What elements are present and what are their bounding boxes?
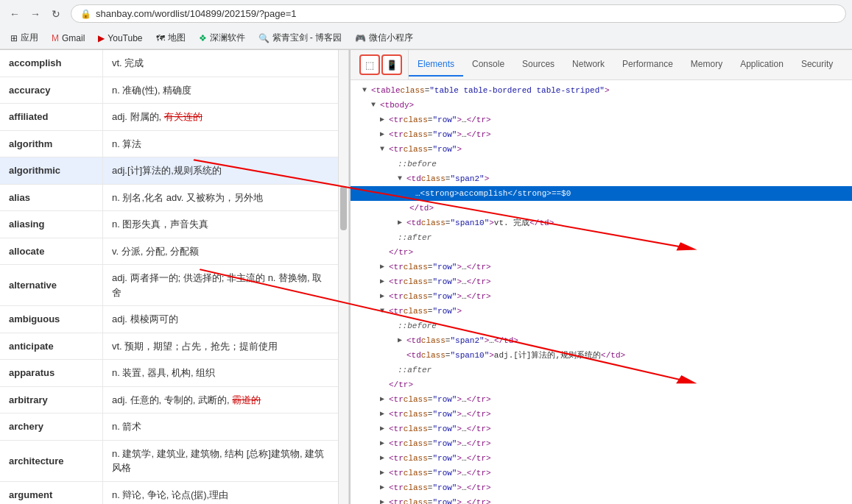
word-row-allocate[interactable]: allocate v. 分派, 分配, 分配额 [0,238,338,266]
triangle-tr11[interactable] [380,452,389,465]
html-line-tr10[interactable]: <tr class="row" > … </tr> [351,436,852,451]
device-mode-button[interactable]: 📱 [381,54,402,75]
triangle-tr3[interactable] [380,143,389,156]
triangle-td10[interactable] [398,216,406,230]
html-line-tr14[interactable]: <tr class="row" > … </tr> [351,495,852,504]
scroll-thumb[interactable] [340,186,347,230]
triangle-td-algo[interactable] [398,334,406,347]
html-line-tr-algo-end[interactable]: </tr> [351,377,852,392]
word-row-alternative[interactable]: alternative adj. 两者择一的; 供选择的; 非主流的 n. 替换… [0,265,338,306]
html-line-td-span10[interactable]: <td class="span10" > vt. 完成 </td> [351,216,852,230]
html-line-table[interactable]: <table class="table table-bordered table… [351,83,852,98]
attr-td1-val: "span2" [450,172,484,185]
word-row-aliasing[interactable]: aliasing n. 图形失真，声音失真 [0,211,338,238]
triangle-tr6[interactable] [380,290,389,303]
word-row-archery[interactable]: archery n. 箭术 [0,414,338,441]
html-line-tr2[interactable]: <tr class="row" > … </tr> [351,127,852,142]
reload-button[interactable]: ↻ [47,5,65,23]
triangle-tr7[interactable] [380,393,389,406]
eq12: = [428,393,433,406]
triangle-tr4[interactable] [380,260,389,274]
html-line-before2[interactable]: ::before [351,319,852,333]
word-row-argument[interactable]: argument n. 辩论, 争论, 论点(据),理由 [0,482,338,505]
html-line-tr7[interactable]: <tr class="row" > … </tr> [351,392,852,407]
inspect-element-button[interactable]: ⬚ [359,54,380,75]
word-anticipate: anticipate [0,333,103,360]
html-line-tr8[interactable]: <tr class="row" > … </tr> [351,407,852,422]
tab-elements[interactable]: Elements [409,53,463,77]
cnblogs-label: 紫青宝剑 - 博客园 [272,32,342,44]
html-line-td-algo-def[interactable]: <td class="span10" > adj.[计]算法的,规则系统的 </… [351,348,852,363]
bookmark-gmail[interactable]: M Gmail [47,32,89,45]
tab-sources[interactable]: Sources [513,53,563,77]
html-line-tr11[interactable]: <tr class="row" > … </tr> [351,451,852,466]
bookmark-maps[interactable]: 🗺 地图 [152,30,190,46]
word-row-algorithmic[interactable]: algorithmic adj.[计]算法的,规则系统的 [0,157,338,185]
word-row-alias[interactable]: alias n. 别名,化名 adv. 又被称为，另外地 [0,185,338,212]
bookmark-wechat[interactable]: 🎮 微信小程序 [351,30,418,46]
word-list[interactable]: accomplish vt. 完成 accuracy n. 准确(性), 精确度… [0,50,339,504]
tag-tr14-end: </tr> [467,496,491,504]
html-line-tr6[interactable]: <tr class="row" > … </tr> [351,289,852,304]
html-line-td-span2-1[interactable]: <td class="span2" > [351,171,852,186]
tab-application[interactable]: Application [731,53,792,77]
word-row-ambiguous[interactable]: ambiguous adj. 模棱两可的 [0,306,338,333]
scroll-area[interactable] [339,50,349,504]
attr-td-algo-def-class: class [421,349,446,362]
tr5-dots: … [462,275,467,288]
html-line-tr13[interactable]: <tr class="row" > … </tr> [351,480,852,495]
tab-performance[interactable]: Performance [613,53,682,77]
html-line-tr9[interactable]: <tr class="row" > … </tr> [351,422,852,436]
html-line-tr12[interactable]: <tr class="row" > … </tr> [351,466,852,480]
bookmark-apps[interactable]: ⊞ 应用 [6,30,43,46]
html-line-tr-algo[interactable]: <tr class="row" > [351,304,852,319]
triangle-tr8[interactable] [380,408,389,421]
triangle-table[interactable] [362,84,371,97]
word-row-architecture[interactable]: architecture n. 建筑学, 建筑业, 建筑物, 结构 [总称]建筑… [0,441,338,482]
html-line-td1-end[interactable]: </td> [351,201,852,216]
triangle-tr12[interactable] [380,466,389,480]
attr-td10-class: class [421,216,446,230]
html-line-tr1[interactable]: <tr class="row" > … </tr> [351,113,852,127]
triangle-tr14[interactable] [380,496,389,504]
word-row-accomplish[interactable]: accomplish vt. 完成 [0,50,338,77]
html-line-tr4[interactable]: <tr class="row" > … </tr> [351,260,852,274]
html-line-after1[interactable]: ::after [351,230,852,245]
address-bar[interactable]: 🔒 shanbay.com/wordlist/104899/202159/?pa… [71,4,846,23]
bookmark-youtube[interactable]: ▶ YouTube [94,32,147,45]
html-line-tr3-end[interactable]: </tr> [351,245,852,260]
html-line-td-algo[interactable]: <td class="span2" > … </td> [351,333,852,348]
html-line-after2[interactable]: ::after [351,363,852,377]
triangle-tr5[interactable] [380,275,389,288]
bookmark-deeplan[interactable]: ❖ 深澜软件 [194,30,250,46]
tab-security[interactable]: Security [792,53,842,77]
tab-memory[interactable]: Memory [682,53,731,77]
html-line-strong-accomplish[interactable]: … <strong> accomplish </strong> == $0 [351,186,852,201]
triangle-tr1[interactable] [380,113,389,127]
triangle-tr10[interactable] [380,437,389,450]
html-line-tr3[interactable]: <tr class="row" > [351,142,852,157]
triangle-tbody[interactable] [371,99,380,112]
tab-network[interactable]: Network [563,53,613,77]
bookmark-cnblogs[interactable]: 🔍 紫青宝剑 - 博客园 [254,30,347,46]
html-line-before1[interactable]: ::before [351,157,852,171]
word-row-accuracy[interactable]: accuracy n. 准确(性), 精确度 [0,77,338,104]
tab-console[interactable]: Console [463,53,513,77]
triangle-tr2[interactable] [380,128,389,141]
triangle-tr9[interactable] [380,422,389,436]
word-row-affiliated[interactable]: affiliated adj. 附属的, 有关连的 [0,104,338,131]
html-line-tbody[interactable]: <tbody> [351,98,852,113]
triangle-tr-algo[interactable] [380,305,389,318]
word-row-anticipate[interactable]: anticipate vt. 预期，期望；占先，抢先；提前使用 [0,333,338,361]
triangle-tr13[interactable] [380,481,389,494]
devtools-content[interactable]: <table class="table table-bordered table… [351,80,852,504]
back-button[interactable]: ← [6,5,24,23]
forward-button[interactable]: → [27,5,44,23]
word-row-apparatus[interactable]: apparatus n. 装置, 器具, 机构, 组织 [0,360,338,387]
html-line-tr5[interactable]: <tr class="row" > … </tr> [351,274,852,289]
word-row-arbitrary[interactable]: arbitrary adj. 任意的, 专制的, 武断的, 霸道的 [0,387,338,414]
eq10: = [446,334,451,347]
word-row-algorithm[interactable]: algorithm n. 算法 [0,131,338,158]
eq5: = [446,216,451,230]
triangle-td1[interactable] [398,172,406,185]
